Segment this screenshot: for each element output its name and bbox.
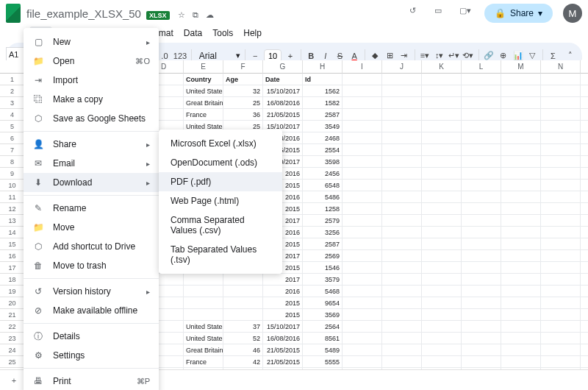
cell[interactable]: 5486	[303, 191, 343, 203]
cell[interactable]: 25	[223, 97, 263, 109]
cell[interactable]	[382, 180, 422, 191]
row-header[interactable]: 6	[0, 132, 25, 144]
cell[interactable]	[541, 333, 581, 344]
cell[interactable]	[343, 297, 382, 309]
cell[interactable]	[462, 274, 501, 286]
cell[interactable]	[501, 344, 541, 356]
cell[interactable]	[422, 85, 462, 97]
cell[interactable]: United States	[184, 333, 223, 344]
cell[interactable]: 3579	[303, 274, 343, 286]
cell[interactable]	[501, 215, 541, 227]
cell[interactable]	[541, 121, 581, 132]
cell[interactable]: 1582	[303, 97, 343, 109]
cell[interactable]	[541, 97, 581, 109]
cell[interactable]	[382, 203, 422, 215]
cell[interactable]	[422, 109, 462, 121]
cell[interactable]	[343, 109, 382, 121]
cell[interactable]: Id	[303, 74, 343, 85]
cell[interactable]	[581, 191, 588, 203]
cell[interactable]	[541, 309, 581, 321]
avatar[interactable]: M	[563, 4, 582, 23]
cell[interactable]	[343, 74, 382, 85]
cell[interactable]: France	[184, 356, 223, 368]
download-option[interactable]: Web Page (.html)	[159, 191, 282, 210]
menu-move[interactable]: 📁Move	[24, 218, 159, 237]
cell[interactable]	[343, 203, 382, 215]
row-header[interactable]: 19	[0, 286, 25, 297]
cell[interactable]	[343, 321, 382, 333]
cell[interactable]	[501, 144, 541, 156]
cell[interactable]	[581, 238, 588, 250]
cell[interactable]	[501, 309, 541, 321]
cell[interactable]	[462, 227, 501, 238]
row-header[interactable]: 10	[0, 180, 25, 191]
cell[interactable]	[541, 203, 581, 215]
download-option[interactable]: Tab Separated Values (.tsv)	[159, 240, 282, 269]
col-header[interactable]: E	[184, 60, 223, 74]
cell[interactable]: 3598	[303, 156, 343, 168]
cell[interactable]	[581, 262, 588, 274]
menu-download[interactable]: ⬇Download▸	[24, 173, 159, 192]
cell[interactable]	[422, 97, 462, 109]
cell[interactable]: 2554	[303, 144, 343, 156]
col-header[interactable]: H	[303, 60, 343, 74]
cell[interactable]	[422, 121, 462, 132]
row-header[interactable]: 5	[0, 121, 25, 132]
cell[interactable]	[422, 344, 462, 356]
cell[interactable]	[223, 297, 263, 309]
cell[interactable]	[581, 321, 588, 333]
cell[interactable]	[343, 215, 382, 227]
cell[interactable]	[382, 215, 422, 227]
cell[interactable]	[422, 250, 462, 262]
cell[interactable]	[541, 85, 581, 97]
row-header[interactable]: 16	[0, 250, 25, 262]
cell[interactable]	[382, 344, 422, 356]
cell[interactable]: 5468	[303, 286, 343, 297]
cell[interactable]	[382, 309, 422, 321]
cell[interactable]: 2456	[303, 168, 343, 180]
cell[interactable]	[501, 297, 541, 309]
star-icon[interactable]: ☆	[178, 10, 185, 20]
menu-help[interactable]: Help	[239, 26, 266, 41]
cell[interactable]: 5555	[303, 356, 343, 368]
cell[interactable]	[343, 180, 382, 191]
cell[interactable]	[581, 144, 588, 156]
download-option[interactable]: PDF (.pdf)	[159, 172, 282, 191]
row-header[interactable]: 13	[0, 215, 25, 227]
cell[interactable]	[382, 321, 422, 333]
cell[interactable]: 37	[223, 321, 263, 333]
cell[interactable]	[223, 274, 263, 286]
row-header[interactable]: 15	[0, 238, 25, 250]
cell[interactable]	[581, 85, 588, 97]
cell[interactable]	[382, 286, 422, 297]
cell[interactable]	[581, 297, 588, 309]
cell[interactable]	[422, 191, 462, 203]
cell[interactable]	[501, 168, 541, 180]
col-header[interactable]: F	[223, 60, 263, 74]
cell[interactable]	[422, 132, 462, 144]
cell[interactable]	[501, 203, 541, 215]
cell[interactable]	[501, 85, 541, 97]
cell[interactable]	[343, 121, 382, 132]
cell[interactable]: 2017	[263, 274, 303, 286]
cell[interactable]	[581, 121, 588, 132]
cell[interactable]: 2015	[263, 309, 303, 321]
cell[interactable]: 9654	[303, 297, 343, 309]
row-header[interactable]: 4	[0, 109, 25, 121]
cell[interactable]	[581, 309, 588, 321]
cell[interactable]	[343, 144, 382, 156]
cell[interactable]	[422, 215, 462, 227]
cell[interactable]	[501, 250, 541, 262]
cell[interactable]	[541, 250, 581, 262]
cell[interactable]: 2587	[303, 109, 343, 121]
cell[interactable]	[382, 238, 422, 250]
cell[interactable]	[343, 344, 382, 356]
menu-version[interactable]: ↺Version history▸	[24, 282, 159, 301]
cell[interactable]	[541, 321, 581, 333]
menu-tools[interactable]: Tools	[208, 26, 237, 41]
cell[interactable]	[343, 238, 382, 250]
col-header[interactable]: I	[343, 60, 382, 74]
cell[interactable]	[382, 250, 422, 262]
cell[interactable]	[382, 97, 422, 109]
cell[interactable]	[581, 156, 588, 168]
